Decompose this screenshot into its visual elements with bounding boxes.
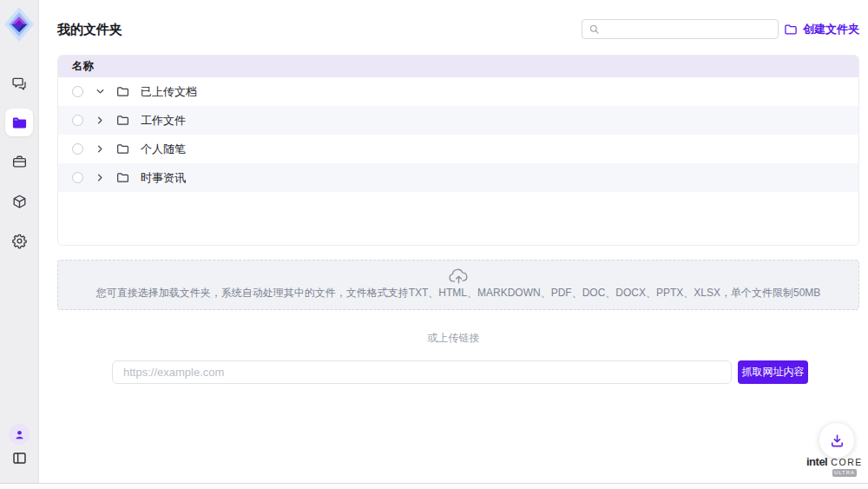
panel-icon <box>11 450 28 466</box>
folder-plus-icon <box>784 23 798 36</box>
chevron-icon[interactable] <box>95 144 105 155</box>
app-window: 我的文件夹 创建文件夹 名称 <box>0 0 868 489</box>
gear-icon <box>11 233 28 249</box>
folder-row[interactable]: 时事资讯 <box>58 163 858 192</box>
table-header-row: 名称 <box>58 56 858 77</box>
row-checkbox[interactable] <box>72 143 83 155</box>
chat-icon <box>11 76 28 92</box>
table-header-name: 名称 <box>72 60 94 72</box>
folder-icon <box>11 115 28 131</box>
upload-dropzone[interactable]: 您可直接选择加载文件夹，系统自动处理其中的文件，文件格式支持TXT、HTML、M… <box>57 260 859 310</box>
folder-icon <box>116 142 129 155</box>
person-icon <box>13 428 26 441</box>
folder-row[interactable]: 已上传文档 <box>58 77 858 106</box>
briefcase-icon <box>11 154 28 170</box>
or-upload-link-label: 或上传链接 <box>39 331 868 346</box>
search-icon <box>589 23 600 35</box>
sidebar-item-folders[interactable] <box>5 109 33 136</box>
create-folder-button[interactable]: 创建文件夹 <box>784 22 859 37</box>
upload-hint: 您可直接选择加载文件夹，系统自动处理其中的文件，文件格式支持TXT、HTML、M… <box>58 286 858 301</box>
core-text: core <box>831 457 863 467</box>
sidebar-item-settings[interactable] <box>5 227 33 254</box>
window-bottom-edge <box>0 483 868 489</box>
sidebar-item-collapse[interactable] <box>5 444 33 472</box>
folder-row-label: 个人随笔 <box>141 142 186 157</box>
logo-diamond-icon <box>3 5 36 43</box>
ultra-badge: ultra <box>832 469 857 477</box>
folder-row-label: 已上传文档 <box>141 84 197 100</box>
chevron-icon[interactable] <box>95 173 105 183</box>
app-logo[interactable] <box>3 5 36 43</box>
intel-core-logo: intel core ultra <box>806 455 865 477</box>
folder-row-label: 时事资讯 <box>141 170 186 186</box>
folder-icon <box>116 114 129 127</box>
main-content: 我的文件夹 创建文件夹 名称 <box>39 0 868 483</box>
folder-row-label: 工作文件 <box>141 113 186 129</box>
sidebar-item-chat[interactable] <box>5 69 33 97</box>
folder-row[interactable]: 工作文件 <box>58 106 858 135</box>
cloud-upload-icon <box>447 268 470 285</box>
intel-text: intel <box>806 455 827 468</box>
search-box[interactable] <box>582 19 779 39</box>
folder-row[interactable]: 个人随笔 <box>58 135 858 163</box>
intel-core-wordmark: intel core <box>806 455 865 468</box>
search-input[interactable] <box>604 23 772 36</box>
create-folder-label: 创建文件夹 <box>803 22 859 37</box>
sidebar-item-cube[interactable] <box>5 188 33 215</box>
page-title: 我的文件夹 <box>57 22 122 38</box>
row-checkbox[interactable] <box>72 115 83 126</box>
chevron-icon[interactable] <box>95 87 105 97</box>
folder-table: 名称 已上传文档 工作文件 <box>57 55 859 246</box>
chevron-icon[interactable] <box>95 116 105 126</box>
row-checkbox[interactable] <box>72 172 83 183</box>
download-button[interactable] <box>819 423 854 458</box>
fetch-url-button[interactable]: 抓取网址内容 <box>738 360 808 384</box>
row-checkbox[interactable] <box>72 86 83 97</box>
folder-icon <box>116 171 129 184</box>
sidebar <box>0 0 39 483</box>
folder-table-body: 已上传文档 工作文件 个人随笔 <box>58 77 858 192</box>
sidebar-item-profile[interactable] <box>9 424 30 445</box>
sidebar-item-briefcase[interactable] <box>5 148 33 175</box>
url-input[interactable] <box>112 360 732 384</box>
folder-icon <box>116 85 129 98</box>
download-icon <box>829 433 845 449</box>
cube-icon <box>11 194 28 210</box>
